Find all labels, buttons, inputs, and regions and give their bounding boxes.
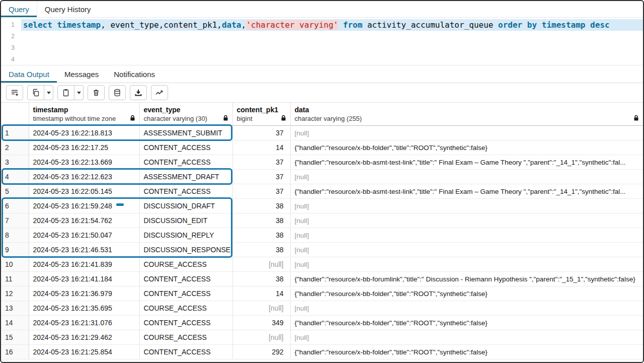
- event-type-cell[interactable]: CONTENT_ACCESS: [139, 316, 232, 330]
- row-number-cell[interactable]: 10: [1, 257, 29, 272]
- event-type-cell[interactable]: DISCUSSION_DRAFT: [139, 199, 232, 213]
- data-cell[interactable]: [null]: [290, 301, 643, 316]
- timestamp-cell[interactable]: 2024-05-23 16:21:50.047: [29, 228, 139, 243]
- content-pk1-cell[interactable]: 14: [232, 140, 290, 155]
- timestamp-cell[interactable]: 2024-05-23 16:21:46.531: [29, 243, 139, 257]
- content-pk1-cell[interactable]: 14: [232, 286, 290, 301]
- sql-line-2[interactable]: [21, 31, 643, 42]
- timestamp-cell[interactable]: 2024-05-23 16:21:25.854: [29, 345, 139, 359]
- content-pk1-cell[interactable]: [null]: [232, 330, 290, 345]
- row-number-cell[interactable]: 7: [1, 213, 29, 228]
- timestamp-cell[interactable]: 2024-05-23 16:21:29.462: [29, 330, 139, 345]
- row-number-cell[interactable]: 5: [1, 184, 29, 199]
- event-type-cell[interactable]: CONTENT_ACCESS: [139, 140, 232, 155]
- column-header-timestamp[interactable]: timestamptimestamp without time zone: [29, 103, 139, 126]
- save-results-to-file-button[interactable]: [130, 85, 147, 100]
- timestamp-cell[interactable]: 2024-05-23 16:22:18.813: [29, 126, 139, 140]
- data-cell[interactable]: {"handler":"resource/x-bb-folder","title…: [290, 286, 643, 301]
- tab-data-output[interactable]: Data Output: [1, 65, 57, 83]
- save-data-changes-button[interactable]: [109, 85, 126, 100]
- event-type-cell[interactable]: DISCUSSION_RESPONSE: [139, 243, 232, 257]
- row-number-cell[interactable]: 4: [1, 170, 29, 184]
- row-number-cell[interactable]: 15: [1, 330, 29, 345]
- sql-editor[interactable]: 1234 select timestamp, event_type,conten…: [1, 18, 643, 65]
- data-cell[interactable]: {"handler":"resource/x-bb-asmt-test-link…: [290, 184, 643, 199]
- data-cell[interactable]: [null]: [290, 213, 643, 228]
- row-number-header[interactable]: [1, 103, 29, 126]
- content-pk1-cell[interactable]: [null]: [232, 301, 290, 316]
- graph-visualiser-button[interactable]: [151, 85, 168, 100]
- event-type-cell[interactable]: CONTENT_ACCESS: [139, 184, 232, 199]
- tab-query-history[interactable]: Query History: [37, 1, 99, 17]
- tab-messages[interactable]: Messages: [57, 65, 106, 83]
- content-pk1-cell[interactable]: 38: [232, 213, 290, 228]
- timestamp-cell[interactable]: 2024-05-23 16:22:13.669: [29, 155, 139, 170]
- content-pk1-cell[interactable]: 38: [232, 243, 290, 257]
- paste-button[interactable]: [57, 85, 74, 100]
- timestamp-cell[interactable]: 2024-05-23 16:21:59.248: [29, 199, 139, 213]
- event-type-cell[interactable]: DISCUSSION_REPLY: [139, 228, 232, 243]
- timestamp-cell[interactable]: 2024-05-23 16:22:12.623: [29, 170, 139, 184]
- row-number-cell[interactable]: 11: [1, 272, 29, 286]
- timestamp-cell[interactable]: 2024-05-23 16:22:17.25: [29, 140, 139, 155]
- data-cell[interactable]: [null]: [290, 126, 643, 140]
- event-type-cell[interactable]: CONTENT_ACCESS: [139, 155, 232, 170]
- timestamp-cell[interactable]: 2024-05-23 16:21:31.076: [29, 316, 139, 330]
- timestamp-cell[interactable]: 2024-05-23 16:21:54.762: [29, 213, 139, 228]
- data-cell[interactable]: {"handler":"resource/x-bb-folder","title…: [290, 345, 643, 359]
- row-number-cell[interactable]: 1: [1, 126, 29, 140]
- event-type-cell[interactable]: CONTENT_ACCESS: [139, 345, 232, 359]
- copy-dropdown-button[interactable]: [44, 85, 53, 100]
- sql-line-1[interactable]: select timestamp, event_type,content_pk1…: [21, 19, 643, 31]
- content-pk1-cell[interactable]: 37: [232, 126, 290, 140]
- content-pk1-cell[interactable]: [null]: [232, 257, 290, 272]
- data-cell[interactable]: {"handler":"resource/x-bb-folder","title…: [290, 316, 643, 330]
- data-cell[interactable]: [null]: [290, 170, 643, 184]
- data-cell[interactable]: {"handler":"resource/x-bb-forumlink","ti…: [290, 272, 643, 286]
- data-cell[interactable]: {"handler":"resource/x-bb-asmt-test-link…: [290, 155, 643, 170]
- timestamp-cell[interactable]: 2024-05-23 16:21:41.184: [29, 272, 139, 286]
- data-cell[interactable]: [null]: [290, 199, 643, 213]
- row-number-cell[interactable]: 3: [1, 155, 29, 170]
- tab-query[interactable]: Query: [1, 1, 37, 17]
- content-pk1-cell[interactable]: 37: [232, 170, 290, 184]
- event-type-cell[interactable]: ASSESSMENT_DRAFT: [139, 170, 232, 184]
- row-number-cell[interactable]: 9: [1, 243, 29, 257]
- row-number-cell[interactable]: 14: [1, 316, 29, 330]
- copy-button[interactable]: [27, 85, 44, 100]
- editor-code-area[interactable]: select timestamp, event_type,content_pk1…: [21, 18, 643, 65]
- content-pk1-cell[interactable]: 37: [232, 155, 290, 170]
- event-type-cell[interactable]: COURSE_ACCESS: [139, 301, 232, 316]
- timestamp-cell[interactable]: 2024-05-23 16:21:35.695: [29, 301, 139, 316]
- data-cell[interactable]: [null]: [290, 330, 643, 345]
- delete-rows-button[interactable]: [88, 85, 105, 100]
- paste-dropdown-button[interactable]: [74, 85, 84, 100]
- add-row-button[interactable]: [6, 85, 23, 100]
- event-type-cell[interactable]: DISCUSSION_EDIT: [139, 213, 232, 228]
- sql-line-4[interactable]: [21, 54, 643, 65]
- row-number-cell[interactable]: 6: [1, 199, 29, 213]
- timestamp-cell[interactable]: 2024-05-23 16:22:05.145: [29, 184, 139, 199]
- event-type-cell[interactable]: CONTENT_ACCESS: [139, 286, 232, 301]
- content-pk1-cell[interactable]: 37: [232, 184, 290, 199]
- column-header-content_pk1[interactable]: content_pk1bigint: [232, 103, 290, 126]
- sql-line-3[interactable]: [21, 42, 643, 54]
- event-type-cell[interactable]: CONTENT_ACCESS: [139, 272, 232, 286]
- event-type-cell[interactable]: COURSE_ACCESS: [139, 330, 232, 345]
- row-number-cell[interactable]: 16: [1, 345, 29, 359]
- row-number-cell[interactable]: 8: [1, 228, 29, 243]
- data-cell[interactable]: [null]: [290, 228, 643, 243]
- timestamp-cell[interactable]: 2024-05-23 16:21:36.979: [29, 286, 139, 301]
- row-number-cell[interactable]: 2: [1, 140, 29, 155]
- event-type-cell[interactable]: COURSE_ACCESS: [139, 257, 232, 272]
- content-pk1-cell[interactable]: 38: [232, 228, 290, 243]
- data-cell[interactable]: [null]: [290, 243, 643, 257]
- tab-notifications[interactable]: Notifications: [106, 65, 163, 83]
- row-number-cell[interactable]: 13: [1, 301, 29, 316]
- column-header-event_type[interactable]: event_typecharacter varying (30): [139, 103, 232, 126]
- content-pk1-cell[interactable]: 38: [232, 272, 290, 286]
- data-cell[interactable]: {"handler":"resource/x-bb-folder","title…: [290, 140, 643, 155]
- content-pk1-cell[interactable]: 292: [232, 345, 290, 359]
- event-type-cell[interactable]: ASSESSMENT_SUBMIT: [139, 126, 232, 140]
- content-pk1-cell[interactable]: 38: [232, 199, 290, 213]
